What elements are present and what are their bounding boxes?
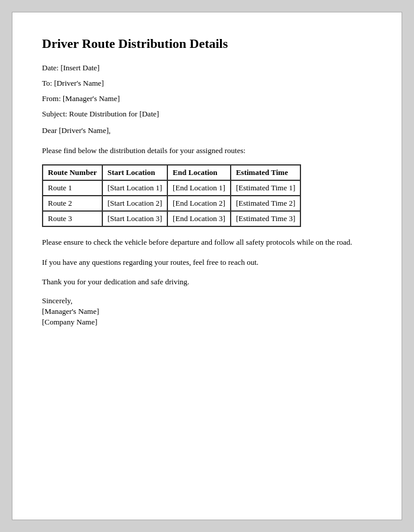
table-cell-2-1: [Start Location 3] bbox=[102, 211, 167, 226]
col-start-location: Start Location bbox=[102, 165, 167, 180]
manager-name-line: [Manager's Name] bbox=[42, 307, 372, 316]
table-cell-1-2: [End Location 2] bbox=[167, 196, 231, 211]
document-page: Driver Route Distribution Details Date: … bbox=[12, 12, 402, 520]
route-table: Route Number Start Location End Location… bbox=[42, 164, 301, 227]
route-table-section: Route Number Start Location End Location… bbox=[42, 164, 372, 227]
company-name-line: [Company Name] bbox=[42, 317, 372, 327]
to-line: To: [Driver's Name] bbox=[42, 79, 372, 88]
table-cell-2-0: Route 3 bbox=[43, 211, 102, 226]
table-cell-0-1: [Start Location 1] bbox=[102, 180, 167, 196]
intro-text: Please find below the distribution detai… bbox=[42, 145, 372, 157]
sincerely-line: Sincerely, bbox=[42, 296, 372, 306]
col-estimated-time: Estimated Time bbox=[231, 165, 300, 180]
table-cell-0-2: [End Location 1] bbox=[167, 180, 231, 196]
table-cell-1-1: [Start Location 2] bbox=[102, 196, 167, 211]
safety-paragraph: Please ensure to check the vehicle befor… bbox=[42, 236, 372, 248]
thanks-paragraph: Thank you for your dedication and safe d… bbox=[42, 276, 372, 288]
questions-paragraph: If you have any questions regarding your… bbox=[42, 257, 372, 268]
table-cell-1-3: [Estimated Time 2] bbox=[231, 196, 300, 211]
col-end-location: End Location bbox=[167, 165, 231, 180]
table-cell-2-2: [End Location 3] bbox=[167, 211, 231, 226]
table-cell-2-3: [Estimated Time 3] bbox=[231, 211, 300, 226]
closing-section: Sincerely, [Manager's Name] [Company Nam… bbox=[42, 296, 372, 327]
table-cell-1-0: Route 2 bbox=[43, 196, 102, 211]
table-cell-0-3: [Estimated Time 1] bbox=[231, 180, 300, 196]
subject-line: Subject: Route Distribution for [Date] bbox=[42, 109, 372, 119]
table-header-row: Route Number Start Location End Location… bbox=[43, 165, 300, 180]
table-cell-0-0: Route 1 bbox=[43, 180, 102, 196]
from-line: From: [Manager's Name] bbox=[42, 94, 372, 103]
greeting: Dear [Driver's Name], bbox=[42, 125, 372, 137]
table-row: Route 2[Start Location 2][End Location 2… bbox=[43, 196, 300, 211]
table-row: Route 3[Start Location 3][End Location 3… bbox=[43, 211, 300, 226]
document-title: Driver Route Distribution Details bbox=[42, 36, 372, 51]
date-line: Date: [Insert Date] bbox=[42, 63, 372, 73]
table-row: Route 1[Start Location 1][End Location 1… bbox=[43, 180, 300, 196]
col-route-number: Route Number bbox=[43, 165, 102, 180]
